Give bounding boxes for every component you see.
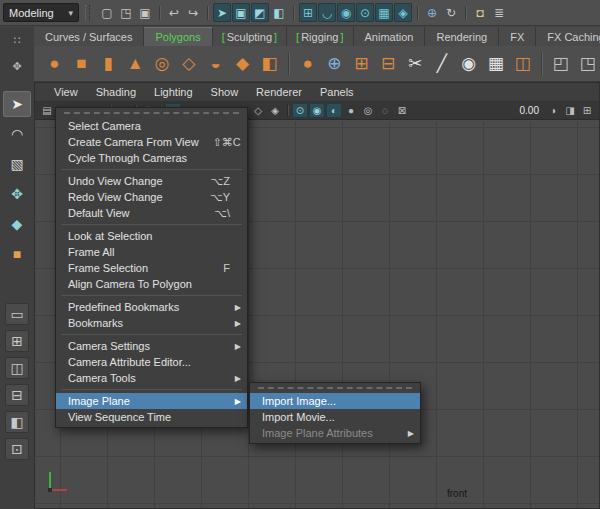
menu-item-create-camera-from-view[interactable]: Create Camera From View⇧⌘C	[56, 134, 247, 150]
panel-menu-panels[interactable]: Panels	[311, 83, 363, 101]
shelf-tab-sculpting[interactable]: [Sculpting]	[213, 27, 287, 46]
lasso-tool[interactable]: ◠	[3, 121, 31, 147]
panel-menu-view[interactable]: View	[45, 83, 87, 101]
poly-torus-icon[interactable]: ◎	[150, 50, 175, 78]
shelf-tab-rendering[interactable]: Rendering	[425, 27, 499, 46]
layout-two-pane-stacked[interactable]: ⊟	[5, 384, 29, 406]
mirror-icon[interactable]: ◫	[510, 50, 535, 78]
snap-to-curve-icon[interactable]: ◡	[318, 3, 336, 22]
new-scene-icon[interactable]: ▢	[98, 3, 116, 22]
separate-icon[interactable]: ⊟	[376, 50, 401, 78]
poly-cone-icon[interactable]: ▲	[123, 50, 148, 78]
menu-item-look-at-selection[interactable]: Look at Selection	[56, 228, 247, 244]
shelf-extra-icon-2[interactable]: ◳	[575, 50, 600, 78]
quad-draw-icon[interactable]: ▦	[483, 50, 508, 78]
menu-item-bookmarks[interactable]: Bookmarks▶	[56, 315, 247, 331]
menu-tearoff[interactable]	[258, 387, 412, 391]
select-mask-hierarchy-icon[interactable]: ➤	[213, 3, 231, 22]
snap-to-grid-icon[interactable]: ⊞	[299, 3, 317, 22]
multi-cut-icon[interactable]: ✂	[403, 50, 428, 78]
layout-hypershade-persp[interactable]: ⊡	[5, 438, 29, 460]
menu-item-default-view[interactable]: Default View⌥\	[56, 205, 247, 221]
motion-blur-icon[interactable]: ◌	[377, 103, 393, 118]
select-tool[interactable]: ➤	[3, 91, 31, 117]
shelf-tab-animation[interactable]: Animation	[354, 27, 426, 46]
frame-all-icon[interactable]: ⊙	[292, 103, 308, 118]
menu-item-camera-tools[interactable]: Camera Tools▶	[56, 370, 247, 386]
exposure-icon[interactable]: ◑	[545, 103, 561, 118]
shelf-tab-options-icon[interactable]: ∷	[9, 33, 25, 47]
menu-item-frame-all[interactable]: Frame All	[56, 244, 247, 260]
shelf-tab-rigging[interactable]: [Rigging]	[287, 27, 353, 46]
shadows-toggle-icon[interactable]: ●	[343, 103, 359, 118]
menuset-dropdown[interactable]: Modeling ▾	[3, 3, 79, 22]
combine-icon[interactable]: ⊞	[349, 50, 374, 78]
menu-item-redo-view-change[interactable]: Redo View Change⌥Y	[56, 189, 247, 205]
panel-menu-lighting[interactable]: Lighting	[145, 83, 202, 101]
poly-pipe-icon[interactable]: ◧	[257, 50, 282, 78]
select-mask-component-icon[interactable]: ◩	[251, 3, 269, 22]
menu-item-cycle-through-cameras[interactable]: Cycle Through Cameras	[56, 150, 247, 166]
make-live-icon[interactable]: ◈	[394, 3, 412, 22]
menu-item-import-movie[interactable]: Import Movie...	[250, 409, 420, 425]
connect-icon[interactable]: ╱	[429, 50, 454, 78]
shelf-grip-icon[interactable]: ✥	[9, 59, 25, 73]
shelf-tab-fx[interactable]: FX	[499, 27, 536, 46]
save-scene-icon[interactable]: ▣	[136, 3, 154, 22]
highlight-selection-icon[interactable]: ≣	[490, 3, 508, 22]
paint-select-tool[interactable]: ▧	[3, 151, 31, 177]
smooth-mesh-icon[interactable]: ●	[295, 50, 320, 78]
move-tool[interactable]: ✥	[3, 181, 31, 207]
menu-tearoff[interactable]	[64, 112, 239, 116]
safe-title-icon[interactable]: ◈	[267, 103, 283, 118]
menu-item-view-sequence-time[interactable]: View Sequence Time	[56, 409, 247, 425]
target-weld-icon[interactable]: ◉	[456, 50, 481, 78]
menu-item-image-plane-attributes[interactable]: Image Plane Attributes▶	[250, 425, 420, 441]
redo-icon[interactable]: ↪	[184, 3, 202, 22]
exposure-field[interactable]: 0.00	[514, 105, 545, 116]
shelf-tab-polygons[interactable]: Polygons	[144, 27, 212, 46]
layout-outliner-persp[interactable]: ◧	[5, 411, 29, 433]
snap-to-view-plane-icon[interactable]: ▦	[375, 3, 393, 22]
menu-item-select-camera[interactable]: Select Camera	[56, 118, 247, 134]
lock-selection-icon[interactable]: ◘	[471, 3, 489, 22]
select-camera-icon[interactable]: ▤	[39, 103, 55, 118]
construction-history-icon[interactable]: ↻	[442, 3, 460, 22]
lighting-toggle-icon[interactable]: ◐	[326, 103, 342, 118]
menu-item-camera-attribute-editor[interactable]: Camera Attribute Editor...	[56, 354, 247, 370]
menu-item-camera-settings[interactable]: Camera Settings▶	[56, 338, 247, 354]
poly-cylinder-icon[interactable]: ▮	[96, 50, 121, 78]
shelf-tab-curves-surfaces[interactable]: Curves / Surfaces	[34, 27, 144, 46]
poly-disc-icon[interactable]: ◒	[203, 50, 228, 78]
shelf-tab-fx-caching[interactable]: FX Caching	[536, 27, 600, 46]
panel-menu-shading[interactable]: Shading	[87, 83, 145, 101]
snap-to-projected-center-icon[interactable]: ⊙	[356, 3, 374, 22]
poly-platonic-icon[interactable]: ◆	[230, 50, 255, 78]
scale-tool[interactable]: ■	[3, 241, 31, 267]
boolean-union-icon[interactable]: ⊕	[322, 50, 347, 78]
snap-to-point-icon[interactable]: ◉	[337, 3, 355, 22]
layout-two-pane-side[interactable]: ◫	[5, 357, 29, 379]
isolate-select-icon[interactable]: ⊠	[394, 103, 410, 118]
poly-sphere-icon[interactable]: ●	[42, 50, 67, 78]
poly-cube-icon[interactable]: ■	[69, 50, 94, 78]
rotate-tool[interactable]: ◆	[3, 211, 31, 237]
select-mask-object-icon[interactable]: ▣	[232, 3, 250, 22]
safe-action-icon[interactable]: ◇	[250, 103, 266, 118]
layout-single-pane[interactable]: ▭	[5, 303, 29, 325]
menu-item-image-plane[interactable]: Image Plane▶	[56, 393, 247, 409]
panel-menu-renderer[interactable]: Renderer	[247, 83, 311, 101]
layout-four-pane[interactable]: ⊞	[5, 330, 29, 352]
boolean-input-icon[interactable]: ⊕	[423, 3, 441, 22]
menu-item-import-image[interactable]: Import Image...	[250, 393, 420, 409]
undo-icon[interactable]: ↩	[165, 3, 183, 22]
menu-item-undo-view-change[interactable]: Undo View Change⌥Z	[56, 173, 247, 189]
toolbar-grip[interactable]	[85, 5, 90, 21]
gamma-icon[interactable]: ◨	[562, 103, 578, 118]
select-mask-type-icon[interactable]: ◧	[270, 3, 288, 22]
shelf-extra-icon-1[interactable]: ◰	[548, 50, 573, 78]
panel-menu-show[interactable]: Show	[202, 83, 248, 101]
menu-item-predefined-bookmarks[interactable]: Predefined Bookmarks▶	[56, 299, 247, 315]
viewport-renderer-icon[interactable]: ⊞	[579, 103, 595, 118]
menu-item-frame-selection[interactable]: Frame SelectionF	[56, 260, 247, 276]
